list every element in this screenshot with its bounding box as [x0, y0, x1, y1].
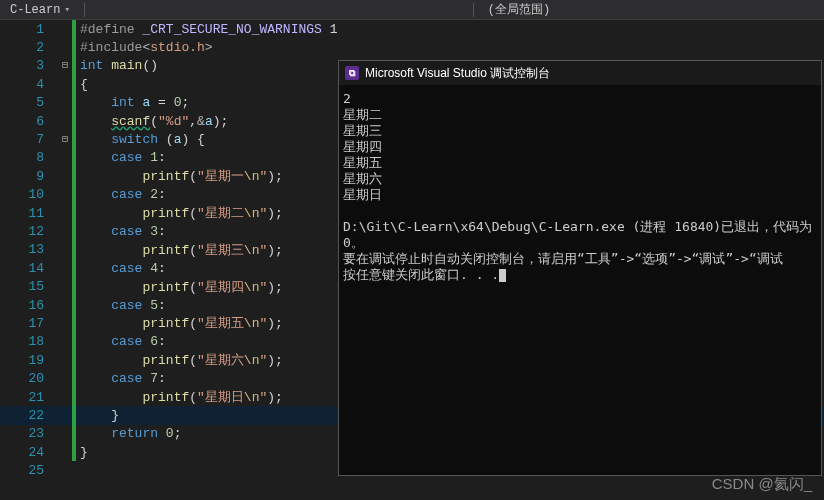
code-text: case 5: [76, 298, 166, 313]
line-number: 9 [0, 169, 58, 184]
top-toolbar: C-Learn ▾ (全局范围) [0, 0, 824, 20]
code-text: int a = 0; [76, 95, 189, 110]
code-text: scanf("%d",&a); [76, 114, 228, 129]
scope-dropdown[interactable]: (全局范围) [478, 1, 560, 18]
fold-icon[interactable]: ⊟ [58, 61, 72, 71]
console-title: Microsoft Visual Studio 调试控制台 [365, 65, 550, 82]
code-line[interactable]: 2#include<stdio.h> [0, 38, 824, 56]
console-titlebar[interactable]: ⧉ Microsoft Visual Studio 调试控制台 [339, 61, 821, 85]
chevron-down-icon: ▾ [64, 4, 69, 15]
line-number: 4 [0, 77, 58, 92]
code-text: printf("星期一\n"); [76, 167, 283, 185]
line-number: 24 [0, 445, 58, 460]
line-number: 19 [0, 353, 58, 368]
line-number: 11 [0, 206, 58, 221]
line-number: 22 [0, 408, 58, 423]
line-number: 16 [0, 298, 58, 313]
line-number: 13 [0, 242, 58, 257]
visual-studio-icon: ⧉ [345, 66, 359, 80]
line-number: 14 [0, 261, 58, 276]
scope-label: (全局范围) [488, 1, 550, 18]
code-text: printf("星期六\n"); [76, 351, 283, 369]
toolbar-divider [84, 3, 85, 17]
line-number: 17 [0, 316, 58, 331]
code-line[interactable]: 1#define _CRT_SECURE_NO_WARNINGS 1 [0, 20, 824, 38]
line-number: 18 [0, 334, 58, 349]
line-number: 10 [0, 187, 58, 202]
code-text: printf("星期二\n"); [76, 204, 283, 222]
fold-icon[interactable]: ⊟ [58, 135, 72, 145]
code-text: { [76, 77, 88, 92]
line-number: 20 [0, 371, 58, 386]
tab-label: C-Learn [10, 3, 60, 17]
toolbar-divider [473, 3, 474, 17]
line-number: 7 [0, 132, 58, 147]
code-text: printf("星期三\n"); [76, 241, 283, 259]
code-text: #define _CRT_SECURE_NO_WARNINGS 1 [76, 22, 337, 37]
line-number: 5 [0, 95, 58, 110]
code-text: switch (a) { [76, 132, 205, 147]
code-text: printf("星期四\n"); [76, 278, 283, 296]
line-number: 25 [0, 463, 58, 478]
console-output[interactable]: 2 星期二 星期三 星期四 星期五 星期六 星期日 D:\Git\C-Learn… [339, 85, 821, 475]
line-number: 1 [0, 22, 58, 37]
line-number: 8 [0, 150, 58, 165]
code-text: case 4: [76, 261, 166, 276]
change-bar [72, 461, 76, 479]
code-text: case 2: [76, 187, 166, 202]
code-text: case 3: [76, 224, 166, 239]
code-text: printf("星期日\n"); [76, 388, 283, 406]
code-text: int main() [76, 58, 158, 73]
line-number: 3 [0, 58, 58, 73]
line-number: 2 [0, 40, 58, 55]
line-number: 21 [0, 390, 58, 405]
line-number: 12 [0, 224, 58, 239]
code-text: } [76, 445, 88, 460]
line-number: 6 [0, 114, 58, 129]
code-text: case 1: [76, 150, 166, 165]
cursor [499, 269, 506, 282]
code-text: case 6: [76, 334, 166, 349]
tab-clearn[interactable]: C-Learn ▾ [0, 3, 80, 17]
code-text: #include<stdio.h> [76, 40, 213, 55]
debug-console[interactable]: ⧉ Microsoft Visual Studio 调试控制台 2 星期二 星期… [338, 60, 822, 476]
code-text: printf("星期五\n"); [76, 314, 283, 332]
line-number: 15 [0, 279, 58, 294]
line-number: 23 [0, 426, 58, 441]
code-text: } [76, 408, 119, 423]
code-text: return 0; [76, 426, 181, 441]
code-text: case 7: [76, 371, 166, 386]
